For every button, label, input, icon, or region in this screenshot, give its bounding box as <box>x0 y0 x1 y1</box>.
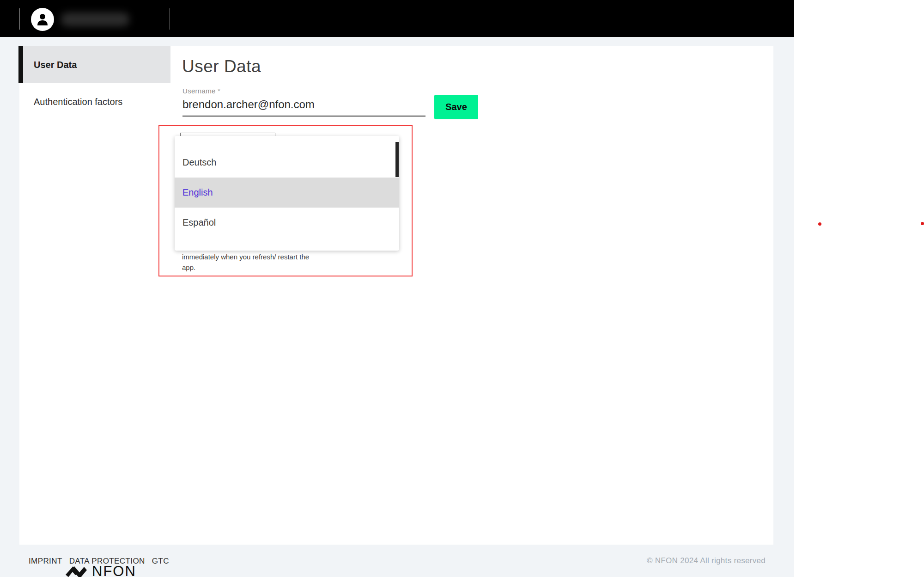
footer-links: IMPRINT DATA PROTECTION GTC <box>29 557 169 566</box>
app-window: User Data Authentication factors User Da… <box>0 0 794 577</box>
user-avatar-button[interactable] <box>31 8 54 31</box>
footer-link-gtc[interactable]: GTC <box>152 557 169 566</box>
topbar-divider-left <box>19 8 20 30</box>
language-dropdown-panel: Deutsch English Español <box>175 136 399 251</box>
top-bar <box>0 0 794 37</box>
option-label: English <box>182 187 213 198</box>
option-label: Español <box>182 217 216 228</box>
dropdown-scrollbar-thumb[interactable] <box>395 142 399 177</box>
option-label: Deutsch <box>182 157 216 168</box>
language-hint-text: immediately when you refresh/ restart th… <box>182 252 348 273</box>
user-name-blurred <box>61 12 129 26</box>
content-card: User Data Authentication factors User Da… <box>19 46 773 545</box>
sidebar-item-user-data[interactable]: User Data <box>18 46 170 83</box>
footer-link-data-protection[interactable]: DATA PROTECTION <box>69 557 145 566</box>
hint-line: immediately when you refresh/ restart th… <box>182 252 348 262</box>
annotation-dot <box>921 222 924 225</box>
language-option-deutsch[interactable]: Deutsch <box>175 147 399 178</box>
hint-line: app. <box>182 262 348 273</box>
copyright-text: © NFON 2024 All rights reserved <box>647 556 766 565</box>
person-icon <box>36 13 49 26</box>
sidebar-item-authentication-factors[interactable]: Authentication factors <box>23 83 170 120</box>
annotation-dot <box>818 222 821 226</box>
topbar-divider-right <box>170 8 170 30</box>
language-option-espanol[interactable]: Español <box>175 208 399 238</box>
username-label: Username * <box>182 87 220 95</box>
sidebar-item-label: Authentication factors <box>34 97 122 107</box>
save-button[interactable]: Save <box>434 95 478 119</box>
language-option-english[interactable]: English <box>175 178 399 208</box>
language-option-list: Deutsch English Español <box>175 147 399 238</box>
sidebar-item-label: User Data <box>34 60 77 70</box>
footer-link-imprint[interactable]: IMPRINT <box>29 557 62 566</box>
username-input[interactable] <box>182 96 426 117</box>
page-title: User Data <box>182 57 261 76</box>
